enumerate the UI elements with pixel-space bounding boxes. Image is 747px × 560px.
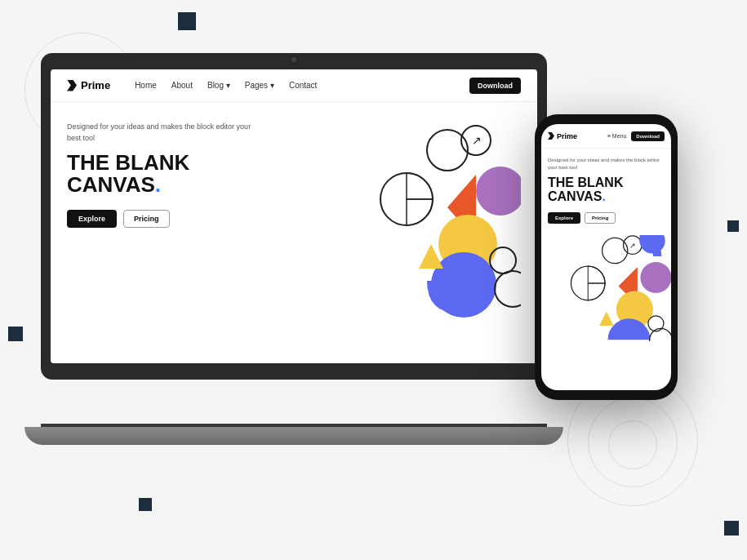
laptop-explore-btn[interactable]: Explore xyxy=(67,210,117,228)
deco-circle-5 xyxy=(588,398,678,487)
laptop-logo-text: Prime xyxy=(81,79,110,91)
laptop-nav-links: Home About Blog ▾ Pages ▾ Contact xyxy=(135,81,469,90)
phone-subtitle: Designed for your ideas and makes the bl… xyxy=(548,157,665,171)
phone-logo-icon xyxy=(548,132,554,140)
svg-point-14 xyxy=(640,235,665,254)
nav-pages[interactable]: Pages ▾ xyxy=(245,81,274,90)
laptop-screen: Prime Home About Blog ▾ Pages ▾ Contact … xyxy=(51,69,537,363)
laptop-subtitle: Designed for your ideas and makes the bl… xyxy=(67,122,255,144)
scene: Prime Home About Blog ▾ Pages ▾ Contact … xyxy=(0,0,747,560)
laptop-hero: Designed for your ideas and makes the bl… xyxy=(51,102,537,345)
phone-logo: Prime xyxy=(548,132,607,140)
laptop-shapes-svg: ↗ xyxy=(341,122,521,326)
corner-square-5 xyxy=(724,521,739,536)
phone-buttons: Explore Pricing xyxy=(548,212,665,224)
phone-title-dot: . xyxy=(602,189,605,203)
phone-title-line2: CANVAS. xyxy=(548,189,606,203)
corner-square-4 xyxy=(139,498,152,511)
phone-title-line1: THE BLANK xyxy=(548,176,623,189)
laptop-outer: Prime Home About Blog ▾ Pages ▾ Contact … xyxy=(41,53,547,380)
phone-pricing-btn[interactable]: Pricing xyxy=(585,212,616,224)
laptop-title: THE BLANK CANVAS. xyxy=(67,152,255,197)
laptop-base xyxy=(24,427,563,445)
nav-blog[interactable]: Blog ▾ xyxy=(207,81,230,90)
deco-circle-6 xyxy=(608,420,657,469)
svg-text:↗: ↗ xyxy=(629,241,636,249)
phone-device: Prime ≡ Menu Download Designed for your … xyxy=(535,114,678,400)
phone-notch xyxy=(582,114,631,122)
laptop-title-line2: CANVAS. xyxy=(67,172,161,197)
svg-point-10 xyxy=(495,271,521,307)
corner-square-2 xyxy=(8,327,23,341)
phone-logo-text: Prime xyxy=(557,132,577,140)
phone-hero: Designed for your ideas and makes the bl… xyxy=(541,149,671,232)
laptop-buttons: Explore Pricing xyxy=(67,210,255,228)
svg-point-7 xyxy=(476,167,521,216)
svg-text:↗: ↗ xyxy=(472,134,482,147)
nav-home[interactable]: Home xyxy=(135,81,157,90)
phone-shapes-svg: ↗ xyxy=(545,235,671,341)
corner-square-3 xyxy=(727,220,739,232)
phone-title: THE BLANK CANVAS. xyxy=(548,176,665,204)
svg-point-9 xyxy=(490,247,516,273)
svg-point-18 xyxy=(640,262,671,293)
laptop-hero-text: Designed for your ideas and makes the bl… xyxy=(67,122,255,228)
nav-about[interactable]: About xyxy=(171,81,193,90)
laptop-title-line1: THE BLANK xyxy=(67,150,189,175)
laptop-device: Prime Home About Blog ▾ Pages ▾ Contact … xyxy=(41,53,563,461)
laptop-logo: Prime xyxy=(67,79,110,91)
svg-marker-19 xyxy=(599,311,613,325)
phone-download-btn[interactable]: Download xyxy=(631,131,665,141)
phone-navbar: Prime ≡ Menu Download xyxy=(541,124,671,149)
phone-screen: Prime ≡ Menu Download Designed for your … xyxy=(541,124,671,390)
phone-explore-btn[interactable]: Explore xyxy=(548,212,580,224)
phone-menu-btn[interactable]: ≡ Menu xyxy=(607,133,627,139)
laptop-shapes: ↗ xyxy=(341,122,521,326)
laptop-navbar: Prime Home About Blog ▾ Pages ▾ Contact … xyxy=(51,69,537,102)
phone-shapes: ↗ xyxy=(541,232,671,348)
laptop-download-btn[interactable]: Download xyxy=(469,78,521,94)
laptop-camera xyxy=(291,57,296,62)
laptop-pricing-btn[interactable]: Pricing xyxy=(123,210,170,228)
laptop-logo-icon xyxy=(67,80,77,91)
laptop-title-dot: . xyxy=(155,172,161,197)
corner-square-1 xyxy=(178,12,196,30)
nav-contact[interactable]: Contact xyxy=(289,81,317,90)
